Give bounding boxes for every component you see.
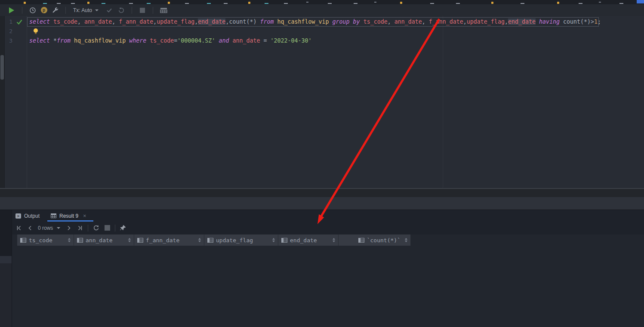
sort-icon[interactable]: [405, 238, 407, 242]
output-console-icon: [15, 213, 21, 219]
column-icon: [281, 238, 287, 243]
first-page-icon[interactable]: [15, 225, 22, 231]
datagrip-sql-console-window: p Tx: Auto: [0, 0, 644, 327]
panel-left-stripe: [0, 210, 12, 327]
sql-editor[interactable]: 1 2 3 select ts_code, ann_date, f_ann_da…: [0, 16, 644, 188]
results-console-icon[interactable]: [159, 6, 168, 15]
sort-icon[interactable]: [128, 238, 131, 242]
column-header-end-date[interactable]: end_date: [278, 234, 339, 246]
tx-mode-selector[interactable]: Tx: Auto: [73, 7, 99, 13]
rollback-icon[interactable]: [117, 6, 126, 15]
cutoff-active-tab-fragment: [637, 0, 644, 3]
tab-output[interactable]: Output: [12, 210, 43, 222]
toolbar-separator: [132, 7, 132, 14]
toolbar-separator: [153, 7, 153, 14]
line-number: 1: [6, 17, 12, 27]
tab-result-9-label: Result 9: [59, 213, 78, 219]
sort-icon[interactable]: [198, 238, 201, 242]
services-results-panel: Output Result 9 0 rows: [0, 210, 644, 327]
sort-icon[interactable]: [68, 238, 71, 242]
settings-wrench-icon[interactable]: [50, 6, 60, 15]
profiler-icon[interactable]: p: [39, 6, 49, 15]
column-icon: [137, 238, 143, 243]
sort-icon[interactable]: [272, 238, 275, 242]
history-icon[interactable]: [28, 6, 37, 15]
reload-icon[interactable]: [92, 225, 99, 231]
line-number: 3: [6, 36, 12, 46]
stop-icon[interactable]: [138, 6, 147, 15]
code-area[interactable]: select ts_code, ann_date, f_ann_date,upd…: [27, 16, 644, 188]
panel-splitter[interactable]: [0, 197, 644, 210]
run-icon[interactable]: [7, 6, 16, 15]
result-grid-icon: [51, 213, 56, 218]
column-header-count[interactable]: `count(*)`: [339, 234, 411, 246]
column-header-update-flag[interactable]: update_flag: [204, 234, 278, 246]
intention-bulb-icon[interactable]: [34, 28, 38, 33]
column-header-ann-date[interactable]: ann_date: [74, 234, 134, 246]
chevron-down-icon: [57, 227, 60, 229]
stop-icon[interactable]: [104, 225, 111, 231]
close-icon[interactable]: [83, 213, 86, 219]
sort-icon[interactable]: [333, 238, 335, 242]
column-header-ts-code[interactable]: ts_code: [17, 234, 74, 246]
editor-gutter: 1 2 3: [4, 16, 27, 188]
toolbar-separator: [22, 7, 22, 14]
tab-output-label: Output: [24, 213, 40, 219]
sql-line-1: select ts_code, ann_date, f_ann_date,upd…: [29, 17, 601, 27]
pin-tab-icon[interactable]: [120, 225, 126, 231]
column-icon: [358, 238, 364, 243]
result-grid-header: ts_code ann_date f_ann_date update_flag: [12, 234, 644, 246]
column-icon: [20, 238, 26, 243]
column-header-f-ann-date[interactable]: f_ann_date: [134, 234, 204, 246]
result-grid-empty-area[interactable]: [12, 246, 644, 327]
statement-executed-check-icon[interactable]: [16, 19, 22, 25]
sql-line-3: select *from hq_cashflow_vip where ts_co…: [29, 36, 312, 46]
result-tabs-bar: Output Result 9: [12, 210, 644, 222]
tab-result-9[interactable]: Result 9: [47, 210, 90, 222]
commit-check-icon[interactable]: [105, 6, 114, 15]
toolbar-separator: [65, 7, 66, 14]
row-count-label[interactable]: 0 rows: [38, 225, 53, 231]
last-page-icon[interactable]: [77, 225, 83, 231]
next-page-icon[interactable]: [65, 225, 72, 231]
chevron-down-icon: [95, 9, 99, 11]
previous-page-icon[interactable]: [27, 225, 34, 231]
toolbar-separator: [115, 225, 115, 231]
toolbar-separator: [88, 225, 88, 231]
tx-mode-label: Tx: Auto: [73, 7, 92, 13]
column-icon: [77, 238, 83, 243]
column-icon: [207, 238, 213, 243]
right-margin-guide: [443, 16, 443, 188]
scrollbar-thumb[interactable]: [0, 55, 4, 80]
sql-console-toolbar: p Tx: Auto: [0, 4, 644, 16]
editor-scroll-gap: [0, 189, 644, 197]
line-number: 2: [6, 27, 12, 36]
result-grid-toolbar: 0 rows: [12, 222, 644, 234]
